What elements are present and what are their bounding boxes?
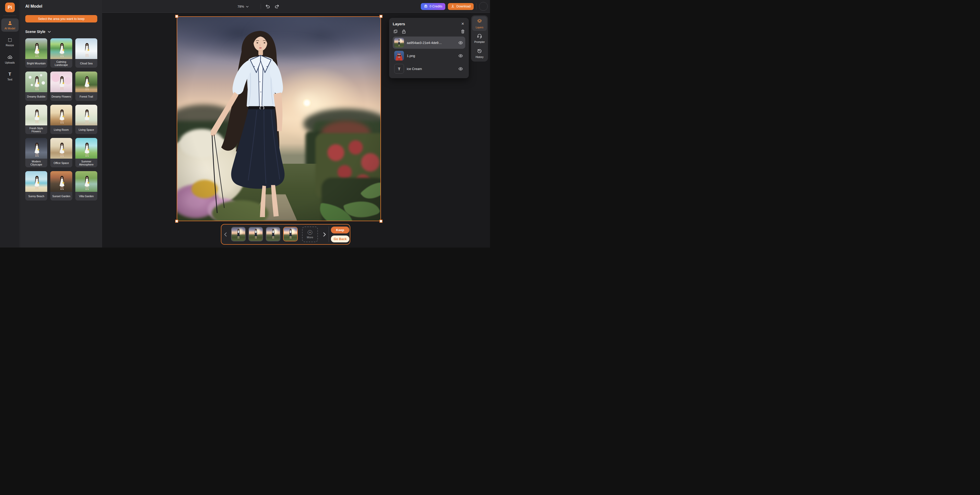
style-label: Cloud Sea [75, 59, 97, 68]
results-carousel: + More Keep Go Back [221, 224, 350, 245]
style-card-calming-landscape[interactable]: Calming Landscape [50, 38, 72, 68]
style-label: Dreamy Flowers [50, 92, 72, 101]
style-card-bright-mountain[interactable]: Bright Mountain [25, 38, 47, 68]
style-card-summer-atmosphere[interactable]: Summer Atmosphere [75, 138, 97, 167]
style-card-fresh-style-flowers[interactable]: Fresh Style Flowers [25, 105, 47, 134]
style-card-living-room[interactable]: Living Room [50, 105, 72, 134]
style-thumbnail [25, 72, 47, 92]
cloud-upload-icon [7, 55, 13, 60]
style-card-modern-cityscape[interactable]: Modern Cityscape [25, 138, 47, 167]
resize-selection-icon [8, 38, 12, 42]
layer-row-image[interactable]: 1.png [393, 49, 465, 62]
style-label: Bright Mountain [25, 59, 47, 68]
style-card-cloud-sea[interactable]: Cloud Sea [75, 38, 97, 68]
download-icon [451, 4, 455, 9]
style-label: Living Space [75, 126, 97, 134]
style-label: Modern Cityscape [25, 159, 47, 167]
close-icon[interactable]: ✕ [460, 21, 465, 26]
chevron-right-icon[interactable] [323, 224, 326, 244]
go-back-button[interactable]: Go Back [331, 236, 349, 242]
rail-item-uploads[interactable]: Uploads [1, 53, 19, 66]
style-label: Calming Landscape [50, 59, 72, 68]
selection-handle-bottom-left[interactable] [175, 220, 178, 223]
style-thumbnail [75, 38, 97, 59]
style-label: Villa Garden [75, 192, 97, 201]
style-card-office-space[interactable]: Office Space [50, 138, 72, 167]
layer-thumbnail [394, 38, 404, 48]
layer-thumbnail [394, 51, 404, 60]
headset-icon [477, 34, 482, 39]
rail-item-label: Prompter [474, 41, 485, 43]
app-logo-text: Pi [8, 5, 12, 10]
result-thumb-4-selected[interactable] [283, 227, 298, 241]
chevron-down-icon [48, 29, 51, 34]
layer-row-image[interactable]: aa954ae3-21e4-4de9… [393, 37, 465, 49]
eye-icon[interactable] [458, 54, 463, 57]
result-thumb-2[interactable] [248, 227, 263, 241]
chevron-left-icon[interactable] [224, 224, 227, 244]
selection-handle-bottom-right[interactable] [379, 220, 382, 223]
selection-handle-top-left[interactable] [175, 15, 178, 18]
result-thumb-3[interactable] [266, 227, 280, 241]
rail-item-label: Resize [6, 44, 14, 47]
rail-item-resize[interactable]: Resize [1, 36, 19, 49]
result-thumb-1[interactable] [231, 227, 246, 241]
style-label: Living Room [50, 126, 72, 134]
keep-button[interactable]: Keep [331, 226, 349, 234]
download-button[interactable]: Download [448, 3, 474, 10]
zoom-dropdown[interactable]: 78% [237, 0, 249, 13]
style-thumbnail [50, 171, 72, 192]
style-card-dreamy-bubble[interactable]: Dreamy Bubble [25, 72, 47, 101]
toolbar-divider [261, 3, 261, 9]
scene-style-header[interactable]: Scene Style [25, 29, 97, 34]
style-thumbnail [50, 138, 72, 159]
duplicate-icon[interactable] [393, 29, 398, 34]
avatar[interactable] [479, 2, 488, 11]
style-thumbnail [25, 38, 47, 59]
more-results-button[interactable]: + More [302, 226, 318, 242]
rail-item-label: Layers [476, 26, 484, 29]
style-thumbnail [75, 72, 97, 92]
person-icon [7, 21, 13, 25]
layer-name: 1.png [407, 54, 455, 58]
zoom-value: 78% [237, 5, 244, 8]
lock-icon[interactable] [402, 29, 406, 34]
canvas-selection[interactable] [177, 16, 381, 221]
rail-item-ai-model[interactable]: AI Model [1, 18, 19, 32]
style-card-dreamy-flowers[interactable]: Dreamy Flowers [50, 72, 72, 101]
rail-item-text[interactable]: T Text [1, 70, 19, 83]
redo-button[interactable] [274, 3, 280, 10]
style-card-sunset-garden[interactable]: Sunset Garden [50, 171, 72, 201]
left-tool-rail: Pi AI Model Resize Uploads T Text [0, 0, 20, 247]
style-card-living-space[interactable]: Living Space [75, 105, 97, 134]
style-thumbnail [25, 105, 47, 126]
layer-name: aa954ae3-21e4-4de9… [407, 41, 455, 45]
rail-item-history[interactable]: History [472, 46, 487, 60]
trash-icon[interactable] [461, 29, 465, 34]
style-thumbnail [75, 138, 97, 159]
chevron-down-icon [246, 4, 249, 9]
style-card-forest-trail[interactable]: Forest Trail [75, 72, 97, 101]
rail-item-layers[interactable]: Layers [472, 16, 487, 31]
selection-handle-top-right[interactable] [379, 15, 382, 18]
eye-icon[interactable] [458, 41, 463, 45]
layers-panel-title: Layers [393, 22, 405, 26]
credits-button[interactable]: 0 Credits [421, 3, 445, 10]
photo-vignette [177, 17, 380, 221]
canvas-image[interactable] [177, 17, 380, 221]
undo-button[interactable] [264, 3, 270, 10]
layer-row-text[interactable]: T ice Cream [393, 62, 465, 75]
layers-icon [477, 19, 482, 25]
style-thumbnail [50, 38, 72, 59]
style-thumbnail [25, 171, 47, 192]
eye-icon[interactable] [458, 67, 463, 70]
app-logo[interactable]: Pi [5, 3, 15, 12]
rail-item-prompter[interactable]: Prompter [472, 32, 487, 45]
more-label: More [307, 236, 313, 239]
style-card-villa-garden[interactable]: Villa Garden [75, 171, 97, 201]
plus-circle-icon: + [308, 230, 312, 235]
style-card-sunny-beach[interactable]: Sunny Beach [25, 171, 47, 201]
rail-item-label: AI Model [5, 27, 15, 30]
select-area-button[interactable]: Select the area you want to keep [25, 15, 97, 22]
download-label: Download [456, 5, 471, 8]
